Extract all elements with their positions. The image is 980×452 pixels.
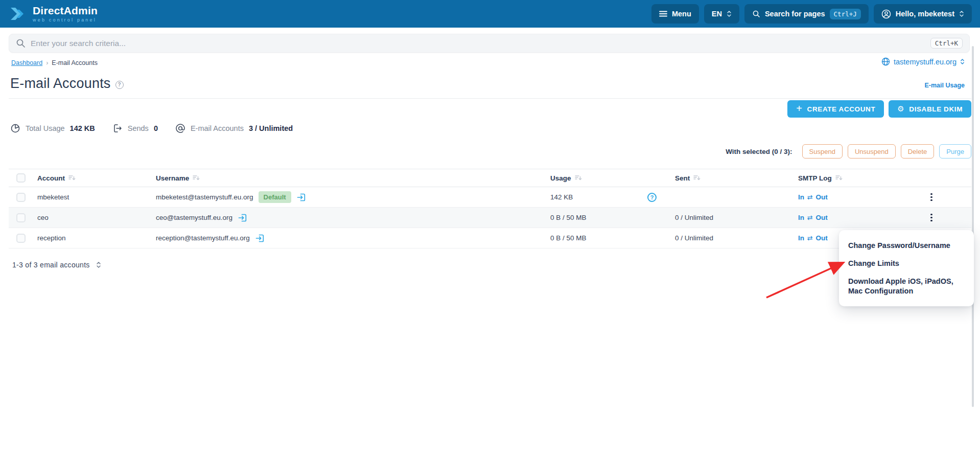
column-header-username[interactable]: Username xyxy=(156,174,189,182)
sent-cell: 0 / Unlimited xyxy=(675,228,713,248)
sort-icon[interactable] xyxy=(693,175,701,181)
stat-email-accounts: E-mail Accounts 3 / Unlimited xyxy=(175,123,293,133)
plus-icon: + xyxy=(796,103,802,114)
brand-logo[interactable]: DirectAdmin web control panel xyxy=(9,5,98,23)
domain-selector[interactable]: tastemystuff.eu.org xyxy=(881,57,965,66)
brand-tagline: web control panel xyxy=(33,17,98,22)
stat-total-usage: Total Usage 142 KB xyxy=(10,123,95,133)
smtp-in-link[interactable]: In xyxy=(798,193,804,201)
sort-icon[interactable] xyxy=(575,175,582,181)
account-cell: reception xyxy=(37,228,66,248)
search-icon xyxy=(16,38,26,48)
stat-value: 0 xyxy=(154,124,158,132)
login-icon[interactable] xyxy=(255,233,265,243)
chevron-updown-icon xyxy=(727,10,732,17)
chevron-updown-icon[interactable] xyxy=(96,261,101,268)
delete-button[interactable]: Delete xyxy=(901,144,935,159)
email-usage-link[interactable]: E-mail Usage xyxy=(924,82,965,89)
table-row: mbeketest mbeketest@tastemystuff.eu.org … xyxy=(9,187,971,208)
purge-button[interactable]: Purge xyxy=(939,144,971,159)
smtp-in-link[interactable]: In xyxy=(798,214,804,221)
column-header-smtp-log[interactable]: SMTP Log xyxy=(798,174,832,182)
stat-label: Total Usage xyxy=(26,124,65,132)
row-actions-kebab-icon[interactable] xyxy=(928,191,935,204)
breadcrumb: Dashboard › E-mail Accounts xyxy=(11,59,98,66)
swap-arrows-icon: ⇄ xyxy=(807,234,813,242)
directadmin-app: DirectAdmin web control panel Menu EN xyxy=(0,0,980,452)
account-cell: ceo xyxy=(37,208,49,228)
sent-cell: 0 / Unlimited xyxy=(675,208,713,228)
send-icon xyxy=(112,123,123,133)
breadcrumb-current: E-mail Accounts xyxy=(52,59,98,66)
user-menu-button[interactable]: Hello, mbeketest xyxy=(874,4,972,24)
smtp-out-link[interactable]: Out xyxy=(815,214,827,221)
directadmin-logo-icon xyxy=(9,5,28,23)
usage-help-icon[interactable]: ? xyxy=(647,193,657,202)
search-shortcut-badge: Ctrl+K xyxy=(930,38,963,49)
suspend-button[interactable]: Suspend xyxy=(802,144,843,159)
sort-icon[interactable] xyxy=(193,175,200,181)
account-cell: mbeketest xyxy=(37,187,69,207)
title-help-icon[interactable]: ? xyxy=(115,81,124,89)
disable-dkim-button[interactable]: ⚙ DISABLE DKIM xyxy=(889,100,971,118)
smtp-in-link[interactable]: In xyxy=(798,234,804,242)
column-header-usage[interactable]: Usage xyxy=(550,174,571,182)
user-icon xyxy=(881,9,891,19)
stat-sends: Sends 0 xyxy=(112,123,158,133)
stat-value: 3 / Unlimited xyxy=(249,124,293,132)
usage-cell: 0 B / 50 MB xyxy=(550,228,587,248)
language-select[interactable]: EN xyxy=(704,4,739,24)
language-value: EN xyxy=(712,10,722,18)
row-checkbox[interactable] xyxy=(16,193,26,202)
breadcrumb-dashboard-link[interactable]: Dashboard xyxy=(11,59,42,66)
smtp-out-link[interactable]: Out xyxy=(815,193,827,201)
chevron-updown-icon xyxy=(960,58,965,65)
usage-cell: 0 B / 50 MB xyxy=(550,208,587,228)
create-account-label: CREATE ACCOUNT xyxy=(807,105,876,113)
select-all-checkbox[interactable] xyxy=(16,173,26,183)
menu-item-change-password[interactable]: Change Password/Username xyxy=(839,237,974,255)
brand-name: DirectAdmin xyxy=(33,5,98,16)
title-divider xyxy=(9,98,971,99)
smtp-out-link[interactable]: Out xyxy=(815,234,827,242)
at-sign-icon xyxy=(175,123,185,133)
login-icon[interactable] xyxy=(296,192,307,202)
hamburger-icon xyxy=(659,11,667,17)
column-header-sent[interactable]: Sent xyxy=(675,174,690,182)
search-pages-label: Search for pages xyxy=(765,10,825,18)
create-account-button[interactable]: + CREATE ACCOUNT xyxy=(787,100,884,118)
username-value: reception@tastemystuff.eu.org xyxy=(156,234,250,242)
row-actions-kebab-icon[interactable] xyxy=(928,212,935,224)
user-greeting: Hello, mbeketest xyxy=(896,10,954,18)
stats-row: Total Usage 142 KB Sends 0 E-mail Accoun… xyxy=(10,123,293,133)
table-row: reception reception@tastemystuff.eu.org … xyxy=(9,228,971,248)
vertical-scrollbar[interactable] xyxy=(972,46,974,407)
row-checkbox[interactable] xyxy=(16,234,26,243)
search-icon xyxy=(752,10,760,18)
globe-icon xyxy=(881,57,890,66)
row-checkbox[interactable] xyxy=(16,213,26,222)
chevron-updown-icon xyxy=(959,10,964,17)
email-accounts-table: Account Username Usage Sent SMTP Log mbe… xyxy=(9,169,971,248)
with-selected-bar: With selected (0 / 3): Suspend Unsuspend… xyxy=(726,144,971,159)
search-pages-button[interactable]: Search for pages Ctrl+J xyxy=(744,4,869,24)
stat-label: E-mail Accounts xyxy=(191,124,244,132)
stat-label: Sends xyxy=(128,124,149,132)
default-badge: Default xyxy=(259,191,291,203)
column-header-account[interactable]: Account xyxy=(37,174,65,182)
pagination-summary: 1-3 of 3 email accounts xyxy=(12,261,90,269)
with-selected-label: With selected (0 / 3): xyxy=(726,148,792,155)
unsuspend-button[interactable]: Unsuspend xyxy=(848,144,896,159)
sort-icon[interactable] xyxy=(835,175,843,181)
menu-item-change-limits[interactable]: Change Limits xyxy=(839,255,974,273)
menu-label: Menu xyxy=(672,10,691,18)
quick-search-bar[interactable]: Ctrl+K xyxy=(9,34,970,53)
sort-icon[interactable] xyxy=(68,175,76,181)
menu-button[interactable]: Menu xyxy=(651,4,699,24)
search-input[interactable] xyxy=(31,39,930,48)
login-icon[interactable] xyxy=(238,213,248,223)
search-pages-shortcut: Ctrl+J xyxy=(830,9,861,19)
swap-arrows-icon: ⇄ xyxy=(807,193,813,201)
menu-item-download-apple-config[interactable]: Download Apple iOS, iPadOS, Mac Configur… xyxy=(839,273,974,300)
username-value: ceo@tastemystuff.eu.org xyxy=(156,214,232,221)
